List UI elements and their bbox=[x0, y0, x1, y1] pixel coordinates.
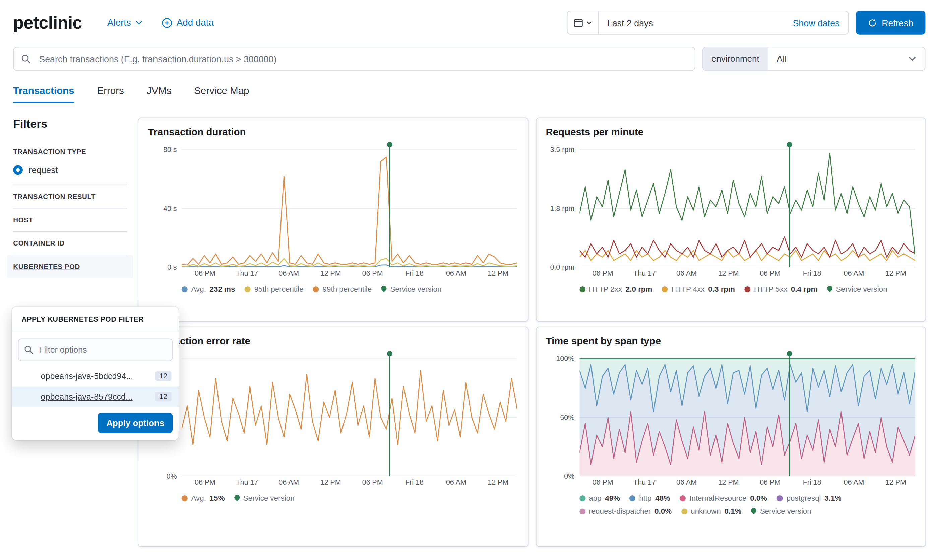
legend-item-service-version[interactable]: Service version bbox=[827, 285, 887, 294]
legend-item-95th-percentile[interactable]: 95th percentile bbox=[245, 285, 303, 294]
chart-title: Time spent by span type bbox=[545, 335, 916, 347]
environment-filter: environment All bbox=[702, 46, 925, 71]
filter-section-transaction-result[interactable]: TRANSACTION RESULT bbox=[13, 185, 127, 208]
legend-label: 95th percentile bbox=[254, 285, 303, 294]
apply-options-button[interactable]: Apply options bbox=[98, 412, 173, 433]
transaction-search-input[interactable] bbox=[13, 46, 695, 71]
legend-item-avg-[interactable]: Avg.15% bbox=[182, 494, 225, 502]
header-right: Last 2 days Show dates Refresh bbox=[567, 11, 925, 35]
service-version-annotation-marker[interactable] bbox=[786, 351, 792, 356]
environment-label: environment bbox=[703, 47, 769, 70]
legend-item-internalresource[interactable]: InternalResource0.0% bbox=[680, 494, 767, 502]
date-range-display[interactable]: Last 2 days bbox=[599, 18, 784, 28]
legend-dot-icon bbox=[182, 495, 188, 502]
y-axis-label: 80 s bbox=[163, 146, 177, 154]
legend-label: Avg. bbox=[191, 285, 206, 294]
add-data-link[interactable]: Add data bbox=[162, 17, 214, 28]
service-version-annotation-marker[interactable] bbox=[387, 142, 393, 148]
y-axis-label: 40 s bbox=[163, 204, 177, 213]
filter-section-transaction-type[interactable]: TRANSACTION TYPE bbox=[13, 140, 127, 163]
legend-item-service-version[interactable]: Service version bbox=[381, 285, 442, 294]
filter-options-input[interactable] bbox=[18, 338, 173, 361]
transaction-duration-chart[interactable] bbox=[182, 142, 518, 267]
x-axis-label: 06 AM bbox=[676, 478, 697, 486]
date-picker-calendar-button[interactable] bbox=[568, 11, 599, 34]
legend-item-request-dispatcher[interactable]: request-dispatcher0.0% bbox=[579, 508, 672, 516]
service-version-annotation-marker[interactable] bbox=[387, 351, 393, 356]
legend-item-app[interactable]: app49% bbox=[579, 494, 620, 502]
legend-label: app bbox=[589, 494, 601, 502]
legend-dot-icon bbox=[662, 286, 668, 292]
alerts-menu-button[interactable]: Alerts bbox=[107, 17, 142, 28]
tab-transactions[interactable]: Transactions bbox=[13, 85, 74, 103]
legend-item-service-version[interactable]: Service version bbox=[751, 508, 811, 516]
rpm-chart-canvas bbox=[579, 142, 915, 267]
tab-errors[interactable]: Errors bbox=[97, 85, 124, 103]
service-version-pin-icon bbox=[380, 285, 388, 292]
legend-item-avg-[interactable]: Avg.232 ms bbox=[182, 285, 235, 294]
legend-item-service-version[interactable]: Service version bbox=[234, 494, 294, 502]
popover-title: APPLY KUBERNETES POD FILTER bbox=[12, 307, 179, 331]
chart-title: Transaction duration bbox=[148, 126, 518, 138]
chart-card-time-spent-by-span-type: Time spent by span type 100%50%0% 06 PMT… bbox=[536, 326, 926, 547]
x-axis-label: 06 PM bbox=[362, 478, 383, 486]
legend-item-http[interactable]: http48% bbox=[630, 494, 670, 502]
show-dates-link[interactable]: Show dates bbox=[784, 18, 848, 28]
legend-dot-icon bbox=[579, 508, 585, 514]
y-axis: 80 s40 s0 s bbox=[148, 142, 182, 267]
x-axis-label: 06 PM bbox=[760, 478, 781, 486]
tab-jvms[interactable]: JVMs bbox=[147, 85, 172, 103]
chevron-down-icon bbox=[586, 20, 592, 26]
x-axis-label: 06 AM bbox=[279, 269, 299, 277]
kubernetes-pod-filter-popover: APPLY KUBERNETES POD FILTER opbeans-java… bbox=[12, 307, 179, 440]
refresh-button[interactable]: Refresh bbox=[856, 11, 925, 35]
series-line-99th-percentile bbox=[182, 157, 518, 265]
legend-dot-icon bbox=[680, 495, 686, 502]
pod-option-label: opbeans-java-5bdcd94... bbox=[41, 371, 151, 381]
duration-chart-canvas bbox=[182, 142, 518, 267]
tab-service-map[interactable]: Service Map bbox=[194, 85, 249, 103]
service-name: petclinic bbox=[13, 13, 82, 32]
span-chart-canvas bbox=[579, 350, 915, 476]
chart-card-transaction-duration: Transaction duration 80 s40 s0 s 06 PMTh… bbox=[138, 118, 528, 322]
x-axis-label: 06 AM bbox=[844, 269, 864, 277]
legend-dot-icon bbox=[681, 508, 687, 514]
refresh-label: Refresh bbox=[882, 18, 913, 28]
time-spent-by-span-type-chart[interactable] bbox=[579, 350, 915, 476]
legend-item-postgresql[interactable]: postgresql3.1% bbox=[777, 494, 841, 502]
service-version-annotation-marker[interactable] bbox=[786, 142, 792, 148]
pod-option-count-badge: 12 bbox=[155, 371, 172, 381]
legend-dot-icon bbox=[744, 286, 750, 292]
add-data-label: Add data bbox=[177, 17, 214, 28]
filter-option-request[interactable]: request bbox=[13, 163, 127, 184]
requests-per-minute-chart[interactable] bbox=[579, 142, 915, 267]
x-axis-label: 06 PM bbox=[760, 269, 781, 277]
popover-footer: Apply options bbox=[12, 406, 179, 440]
legend-value: 0.3 rpm bbox=[708, 285, 735, 294]
legend-item-99th-percentile[interactable]: 99th percentile bbox=[313, 285, 372, 294]
pod-option-1[interactable]: opbeans-java-5bdcd94... 12 bbox=[12, 366, 179, 386]
legend-item-unknown[interactable]: unknown0.1% bbox=[681, 508, 742, 516]
legend-dot-icon bbox=[245, 286, 251, 292]
legend-label: 99th percentile bbox=[323, 285, 372, 294]
environment-select[interactable]: All bbox=[768, 47, 924, 70]
x-axis-label: 06 AM bbox=[446, 478, 467, 486]
service-version-pin-icon bbox=[826, 285, 834, 292]
x-axis-label: 12 PM bbox=[886, 478, 906, 486]
legend-dot-icon bbox=[579, 495, 585, 502]
transaction-error-rate-chart[interactable] bbox=[182, 350, 518, 476]
x-axis-label: 12 PM bbox=[718, 269, 739, 277]
x-axis-label: 06 AM bbox=[844, 478, 864, 486]
legend-item-http-4xx[interactable]: HTTP 4xx0.3 rpm bbox=[662, 285, 735, 294]
legend-item-http-5xx[interactable]: HTTP 5xx0.4 rpm bbox=[744, 285, 817, 294]
filter-section-kubernetes-pod[interactable]: KUBERNETES POD bbox=[7, 255, 133, 278]
y-axis-label: 50% bbox=[560, 413, 575, 422]
plus-circle-icon bbox=[162, 18, 172, 28]
legend-item-http-2xx[interactable]: HTTP 2xx2.0 rpm bbox=[579, 285, 653, 294]
search-box bbox=[13, 46, 695, 71]
x-axis-label: 12 PM bbox=[886, 269, 906, 277]
filter-section-host[interactable]: HOST bbox=[13, 208, 127, 231]
filter-section-container-id[interactable]: CONTAINER ID bbox=[13, 232, 127, 255]
x-axis-label: 06 AM bbox=[446, 269, 467, 277]
pod-option-2[interactable]: opbeans-java-8579ccd... 12 bbox=[12, 386, 179, 407]
